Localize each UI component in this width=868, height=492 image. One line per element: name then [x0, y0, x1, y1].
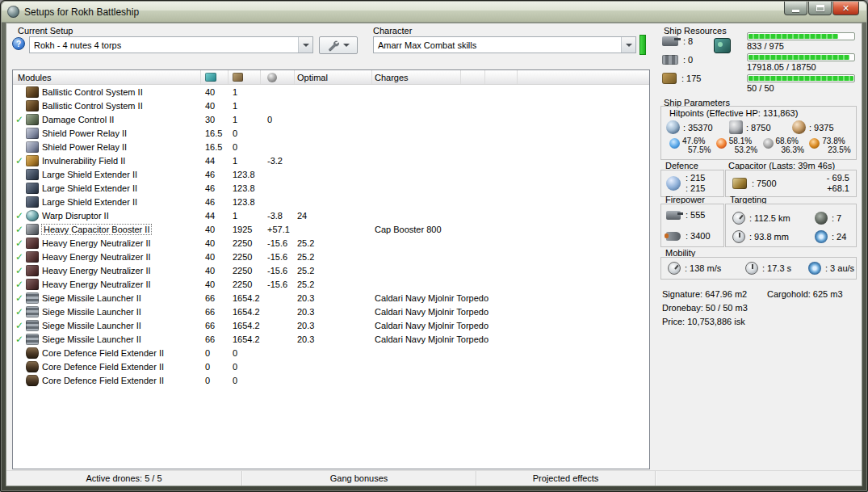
- powergrid-bar-item: 17918.05 / 18750: [747, 53, 857, 74]
- module-row[interactable]: Ballistic Control System II401: [13, 85, 649, 99]
- module-cpu-value: 40: [201, 101, 229, 111]
- module-row[interactable]: Core Defence Field Extender II00: [13, 360, 649, 373]
- armor-hp-icon: [729, 120, 743, 134]
- energy-neutralizer-icon: [26, 265, 39, 276]
- statusbar-filler: [656, 471, 862, 486]
- current-setup-label: Current Setup: [18, 26, 73, 36]
- scan-resolution-value: : 93.8 mm: [749, 232, 789, 242]
- module-powergrid-value: 1654.2: [229, 321, 261, 330]
- module-cap-value: -15.6: [261, 238, 295, 248]
- module-name-cell: ✓Heavy Energy Neutralizer II: [13, 238, 201, 249]
- module-cap-value: -15.6: [261, 252, 295, 262]
- module-powergrid-value: 0: [229, 376, 261, 385]
- module-row[interactable]: Shield Power Relay II16.50: [13, 140, 649, 153]
- character-label: Character: [373, 26, 412, 36]
- rig-icon: [26, 375, 39, 386]
- module-name-cell: ✓Siege Missile Launcher II: [13, 306, 201, 317]
- module-row[interactable]: ✓Warp Disruptor II441-3.824: [13, 208, 649, 222]
- resistance-cell: 58.1%53.2%: [716, 137, 763, 153]
- module-powergrid-value: 0: [229, 362, 261, 372]
- setup-combobox[interactable]: Rokh - 4 nutes 4 torps: [29, 36, 313, 53]
- character-combobox[interactable]: Amarr Max Combat skills: [373, 36, 636, 53]
- module-active-check-icon: ✓: [13, 251, 26, 263]
- turret-hardpoints-icon: [662, 36, 678, 46]
- wrench-icon: [327, 40, 339, 52]
- module-row[interactable]: Large Shield Extender II46123.8: [13, 181, 649, 195]
- resource-slot: : 0: [662, 50, 701, 69]
- module-row[interactable]: ✓Heavy Energy Neutralizer II402250-15.62…: [13, 250, 649, 263]
- missile-launcher-icon: [26, 306, 39, 317]
- module-row[interactable]: ✓Heavy Energy Neutralizer II402250-15.62…: [13, 236, 649, 250]
- module-row[interactable]: Large Shield Extender II46123.8: [13, 167, 649, 181]
- module-powergrid-value: 1654.2: [229, 307, 261, 317]
- calibration-icon: [662, 73, 677, 84]
- module-active-check-icon: ✓: [13, 238, 26, 249]
- projected-effects-section[interactable]: Projected effects: [476, 471, 656, 486]
- capacitor-drain-value: - 69.5: [827, 173, 849, 183]
- module-row[interactable]: ✓Siege Missile Launcher II661654.220.3Ca…: [13, 291, 649, 305]
- resistance-cell: 47.6%57.5%: [669, 137, 716, 153]
- module-powergrid-value: 1: [229, 211, 261, 221]
- module-optimal-value: 20.3: [295, 307, 372, 317]
- module-row[interactable]: Large Shield Extender II46123.8: [13, 195, 649, 208]
- firepower-box: : 555 : 3400: [660, 204, 724, 247]
- module-name-cell: ✓Heavy Energy Neutralizer II: [13, 265, 201, 276]
- module-name-cell: ✓Siege Missile Launcher II: [13, 292, 201, 304]
- capacitor-column-header[interactable]: [261, 70, 295, 84]
- gang-bonuses-section[interactable]: Gang bonuses: [242, 471, 476, 486]
- module-row[interactable]: ✓Heavy Capacitor Booster II401925+57.1Ca…: [13, 222, 649, 236]
- module-optimal-value: 25.2: [295, 280, 372, 289]
- module-active-check-icon: ✓: [13, 279, 26, 290]
- module-row[interactable]: ✓Siege Missile Launcher II661654.220.3Ca…: [13, 332, 649, 346]
- dronebay-value: Dronebay: 50 / 50 m3: [662, 303, 748, 313]
- module-cpu-value: 66: [201, 307, 229, 317]
- thermal-damage-icon: [716, 138, 727, 149]
- module-name-cell: Ballistic Control System II: [13, 86, 201, 98]
- align-time-icon: [745, 262, 758, 275]
- minimize-button[interactable]: [784, 2, 807, 15]
- module-row[interactable]: Ballistic Control System II401: [13, 99, 649, 112]
- module-name: Warp Disruptor II: [42, 211, 109, 221]
- module-row[interactable]: ✓Siege Missile Launcher II661654.220.3Ca…: [13, 305, 649, 318]
- module-name-cell: Core Defence Field Extender II: [13, 347, 201, 359]
- module-row[interactable]: ✓Siege Missile Launcher II661654.220.3Ca…: [13, 318, 649, 332]
- hull-hp-icon: [792, 120, 806, 134]
- extra-column-header[interactable]: [485, 70, 518, 84]
- module-active-check-icon: ✓: [13, 210, 26, 221]
- titlebar[interactable]: Setups for Rokh Battleship: [2, 2, 866, 23]
- module-powergrid-value: 1654.2: [229, 334, 261, 344]
- shield-resist-value: 73.8%: [822, 137, 850, 145]
- module-optimal-value: 20.3: [295, 321, 372, 330]
- mobility-box: : 138 m/s : 17.3 s : 3 au/s: [660, 257, 857, 280]
- warp-speed-icon: [808, 262, 821, 275]
- optimal-column-header[interactable]: Optimal: [295, 70, 372, 84]
- help-icon[interactable]: [12, 37, 25, 50]
- modules-column-header[interactable]: Modules: [13, 70, 201, 84]
- module-row[interactable]: ✓Invulnerability Field II441-3.2: [13, 153, 649, 167]
- resource-slots: : 8: 0: 175: [662, 32, 701, 87]
- kinetic-damage-icon: [763, 138, 774, 149]
- module-row[interactable]: Shield Power Relay II16.50: [13, 126, 649, 140]
- module-name-cell: ✓Warp Disruptor II: [13, 210, 201, 221]
- module-row[interactable]: ✓Damage Control II3010: [13, 112, 649, 126]
- capacitor-icon: [732, 178, 747, 189]
- character-dropdown-arrow-icon[interactable]: [621, 37, 635, 53]
- extra-column-header[interactable]: [461, 70, 485, 84]
- module-name-cell: ✓Damage Control II: [13, 114, 201, 125]
- powergrid-column-header[interactable]: [229, 70, 261, 84]
- maximize-button[interactable]: [808, 2, 832, 15]
- module-name: Heavy Energy Neutralizer II: [42, 266, 151, 275]
- cpu-column-header[interactable]: [201, 70, 229, 84]
- module-row[interactable]: Core Defence Field Extender II00: [13, 373, 649, 387]
- setup-dropdown-arrow-icon[interactable]: [298, 37, 312, 53]
- module-row[interactable]: ✓Heavy Energy Neutralizer II402250-15.62…: [13, 263, 649, 277]
- active-drones-section[interactable]: Active drones: 5 / 5: [6, 471, 242, 486]
- module-row[interactable]: ✓Heavy Energy Neutralizer II402250-15.62…: [13, 277, 649, 291]
- missile-launcher-icon: [26, 292, 39, 304]
- setup-tools-button[interactable]: [319, 36, 358, 54]
- close-button[interactable]: [832, 2, 859, 15]
- cpu-bar: [747, 32, 855, 40]
- charges-column-header[interactable]: Charges: [372, 70, 461, 84]
- hitpoint-value: : 35370: [683, 123, 713, 132]
- module-row[interactable]: Core Defence Field Extender II00: [13, 346, 649, 360]
